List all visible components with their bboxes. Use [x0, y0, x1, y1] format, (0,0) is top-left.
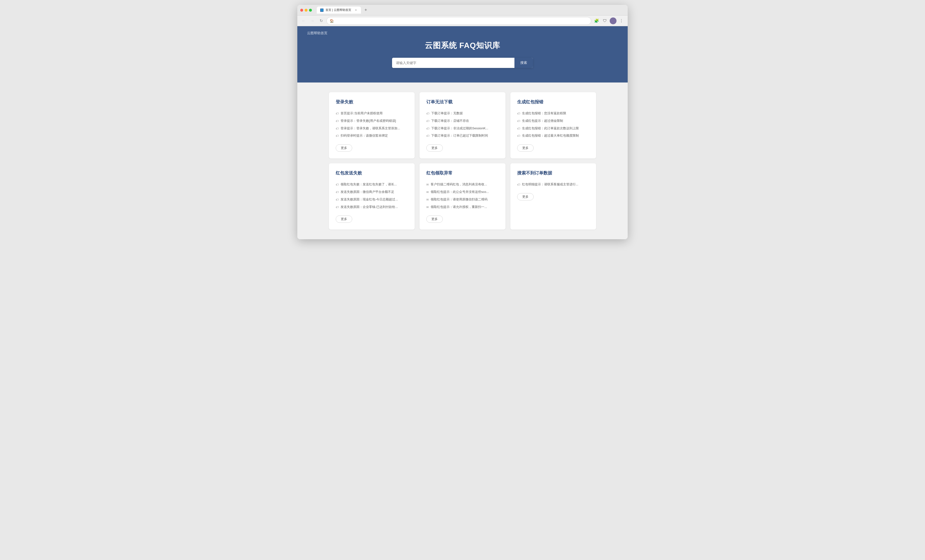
browser-window: 🌐 首页 | 云图帮助首页 ✕ + ← → ↻ 🏠 🧩 🛡 ⋮ 云图帮助首页: [297, 5, 628, 239]
search-section: 搜索: [297, 58, 628, 68]
category-card-redpacket-error: 生成红包报错🏷生成红包报错：您没有返款权限🏷生成红包提示：超过佣金限制🏷生成红包…: [510, 92, 596, 158]
page-title: 云图系统 FAQ知识库: [297, 40, 628, 51]
category-card-redpacket-send-fail: 红包发送失败🏷领取红包失败：发送红包失败了，请长...🏷发送失败原因：微信商户平…: [329, 163, 415, 230]
category-title: 搜索不到订单数据: [517, 170, 589, 176]
tag-icon: 🏷: [426, 134, 429, 138]
tag-icon: 🏷: [517, 183, 520, 187]
more-button[interactable]: 更多: [426, 215, 443, 223]
hero-section: 云图帮助首页 云图系统 FAQ知识库 搜索: [297, 26, 628, 83]
item-label: 登录提示：登录失败，请联系系主管添加...: [340, 126, 400, 131]
menu-icon[interactable]: ⋮: [618, 18, 625, 24]
active-tab[interactable]: 🌐 首页 | 云图帮助首页 ✕: [317, 6, 361, 14]
mail-icon: ✉: [426, 205, 429, 209]
item-label: 登录提示：登录失败[用户名或密码错误]: [340, 119, 396, 123]
categories-grid: 登录失败🏷首页提示:当前用户未授权使用🏷登录提示：登录失败[用户名或密码错误]🏷…: [329, 92, 596, 230]
mail-icon: ✉: [426, 183, 429, 187]
tag-icon: 🏷: [336, 183, 339, 187]
list-item[interactable]: 🏷扫码登录时提示：该微信暂未绑定: [336, 132, 408, 140]
tag-icon: 🏷: [426, 119, 429, 123]
category-items-list: ✉客户扫描二维码红包，消息列表没有收...✉领取红包提示：此公众号并没有这些sc…: [426, 181, 499, 210]
tag-icon: 🏷: [336, 119, 339, 123]
tag-icon: 🏷: [517, 119, 520, 123]
item-label: 下载订单提示：无数据: [431, 111, 463, 116]
item-label: 发送失败原因：微信商户平台余额不足: [340, 190, 394, 194]
item-label: 下载订单提示：非法或过期的SessionK...: [431, 126, 488, 131]
list-item[interactable]: 🏷下载订单提示：店铺不存在: [426, 117, 499, 125]
category-title: 订单无法下载: [426, 99, 499, 105]
category-items-list: 🏷生成红包报错：您没有返款权限🏷生成红包提示：超过佣金限制🏷生成红包报错：此订单…: [517, 110, 589, 140]
maximize-button[interactable]: [309, 9, 312, 12]
address-input[interactable]: [336, 19, 588, 23]
item-label: 生成红包提示：超过佣金限制: [522, 119, 563, 123]
list-item[interactable]: 🏷登录提示：登录失败[用户名或密码错误]: [336, 117, 408, 125]
breadcrumb: 云图帮助首页: [297, 31, 628, 40]
tag-icon: 🏷: [517, 127, 520, 131]
list-item[interactable]: ✉领取红包提示：此公众号并没有这些sco...: [426, 188, 499, 196]
more-button[interactable]: 更多: [517, 193, 534, 200]
back-button[interactable]: ←: [300, 18, 307, 24]
more-button[interactable]: 更多: [517, 144, 534, 152]
list-item[interactable]: 🏷红包明细提示：请联系客服或主管进行...: [517, 181, 589, 188]
category-items-list: 🏷首页提示:当前用户未授权使用🏷登录提示：登录失败[用户名或密码错误]🏷登录提示…: [336, 110, 408, 140]
category-items-list: 🏷红包明细提示：请联系客服或主管进行...: [517, 181, 589, 188]
tab-close-button[interactable]: ✕: [354, 9, 357, 12]
tag-icon: 🏷: [336, 205, 339, 209]
list-item[interactable]: 🏷下载订单提示：非法或过期的SessionK...: [426, 125, 499, 132]
item-label: 领取红包提示：请使用原微信扫该二维码: [431, 197, 488, 202]
list-item[interactable]: 🏷发送失败原因：微信商户平台余额不足: [336, 188, 408, 196]
list-item[interactable]: 🏷下载订单提示：无数据: [426, 110, 499, 117]
new-tab-button[interactable]: +: [363, 7, 369, 13]
list-item[interactable]: 🏷生成红包报错：超过最大单红包额度限制: [517, 132, 589, 140]
profile-avatar[interactable]: [610, 18, 616, 24]
minimize-button[interactable]: [304, 9, 307, 12]
refresh-button[interactable]: ↻: [318, 18, 324, 24]
category-items-list: 🏷下载订单提示：无数据🏷下载订单提示：店铺不存在🏷下载订单提示：非法或过期的Se…: [426, 110, 499, 140]
forward-button[interactable]: →: [309, 18, 316, 24]
search-input[interactable]: [392, 58, 514, 68]
list-item[interactable]: 🏷领取红包失败：发送红包失败了，请长...: [336, 181, 408, 188]
list-item[interactable]: 🏷生成红包报错：您没有返款权限: [517, 110, 589, 117]
more-button[interactable]: 更多: [426, 144, 443, 152]
categories-section: 登录失败🏷首页提示:当前用户未授权使用🏷登录提示：登录失败[用户名或密码错误]🏷…: [297, 83, 628, 239]
toolbar-actions: 🧩 🛡 ⋮: [593, 18, 625, 24]
list-item[interactable]: 🏷登录提示：登录失败，请联系系主管添加...: [336, 125, 408, 132]
tab-favicon: 🌐: [320, 9, 324, 12]
list-item[interactable]: 🏷首页提示:当前用户未授权使用: [336, 110, 408, 117]
mail-icon: ✉: [426, 190, 429, 194]
list-item[interactable]: 🏷发送失败原因：企业零钱-已达到付款给...: [336, 203, 408, 211]
more-button[interactable]: 更多: [336, 144, 352, 152]
category-title: 红包领取异常: [426, 170, 499, 176]
item-label: 下载订单提示：店铺不存在: [431, 119, 469, 123]
tag-icon: 🏷: [336, 112, 339, 116]
category-card-redpacket-receive-error: 红包领取异常✉客户扫描二维码红包，消息列表没有收...✉领取红包提示：此公众号并…: [419, 163, 505, 230]
tag-icon: 🏷: [517, 112, 520, 116]
list-item[interactable]: 🏷生成红包提示：超过佣金限制: [517, 117, 589, 125]
search-bar: 搜索: [392, 58, 533, 68]
address-bar[interactable]: 🏠: [327, 17, 591, 25]
more-button[interactable]: 更多: [336, 215, 352, 223]
list-item[interactable]: ✉客户扫描二维码红包，消息列表没有收...: [426, 181, 499, 188]
list-item[interactable]: 🏷下载订单提示：订单已超过下载限制时间: [426, 132, 499, 140]
mail-icon: ✉: [426, 198, 429, 202]
browser-titlebar: 🌐 首页 | 云图帮助首页 ✕ +: [297, 5, 628, 15]
shield-icon[interactable]: 🛡: [601, 18, 608, 24]
list-item[interactable]: ✉领取红包提示：请使用原微信扫该二维码: [426, 196, 499, 203]
list-item[interactable]: 🏷生成红包报错：此订单返款次数达到上限: [517, 125, 589, 132]
tag-icon: 🏷: [336, 127, 339, 131]
item-label: 领取红包失败：发送红包失败了，请长...: [340, 182, 397, 186]
tag-icon: 🏷: [517, 134, 520, 138]
breadcrumb-label: 云图帮助首页: [307, 31, 327, 35]
list-item[interactable]: ✉领取红包提示：请允许授权，重新扫一...: [426, 203, 499, 211]
search-button[interactable]: 搜索: [514, 58, 533, 68]
tag-icon: 🏷: [426, 127, 429, 131]
item-label: 客户扫描二维码红包，消息列表没有收...: [431, 182, 487, 186]
close-button[interactable]: [300, 9, 303, 12]
item-label: 发送失败原因：现金红包-今日总额超过...: [340, 197, 398, 202]
list-item[interactable]: 🏷发送失败原因：现金红包-今日总额超过...: [336, 196, 408, 203]
tab-bar: 🌐 首页 | 云图帮助首页 ✕ +: [317, 6, 625, 14]
category-title: 红包发送失败: [336, 170, 408, 176]
item-label: 红包明细提示：请联系客服或主管进行...: [522, 182, 579, 186]
tag-icon: 🏷: [336, 198, 339, 202]
extensions-icon[interactable]: 🧩: [593, 18, 600, 24]
tab-title: 首页 | 云图帮助首页: [325, 8, 351, 12]
